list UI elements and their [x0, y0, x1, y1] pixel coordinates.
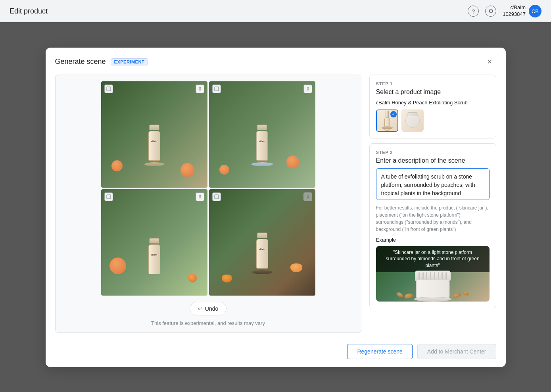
image-3-expand[interactable]: ⇧: [196, 192, 204, 201]
scene-image-2[interactable]: ⇧ eBalm: [209, 81, 315, 188]
peach-5: [109, 257, 126, 274]
add-to-merchant-button[interactable]: Add to Merchant Center: [417, 344, 496, 359]
peach-slice-2: [222, 275, 232, 282]
image-2-checkbox[interactable]: [212, 85, 221, 93]
step1-card: STEP 1 Select a product image cBalm Hone…: [369, 75, 496, 138]
right-panel: STEP 1 Select a product image cBalm Hone…: [369, 75, 496, 333]
svg-rect-1: [215, 87, 219, 91]
step1-label: STEP 1: [376, 81, 490, 86]
image-4-checkbox[interactable]: [212, 192, 221, 201]
settings-icon[interactable]: ⚙: [485, 6, 496, 17]
example-label: Example: [376, 237, 490, 243]
svg-rect-0: [107, 87, 111, 91]
scene-product-2: eBalm: [251, 125, 273, 166]
almond-1: [396, 291, 404, 298]
scene-image-4[interactable]: ⇩ eBalm: [209, 189, 315, 296]
dialog-title: Generate scene: [55, 58, 106, 66]
product-images-row: ✓: [376, 110, 490, 132]
page-title: Edit product: [10, 7, 48, 15]
generate-scene-dialog: Generate scene EXPERIMENT × ⇧: [46, 48, 506, 367]
image-1-checkbox[interactable]: [104, 85, 113, 93]
image-1-expand[interactable]: ⇧: [196, 85, 204, 93]
user-name: c'Balm: [503, 4, 526, 11]
example-image: "Skincare jar on a light stone platform …: [376, 246, 490, 302]
dialog-overlay: Generate scene EXPERIMENT × ⇧: [0, 22, 551, 392]
undo-icon: ↩: [198, 306, 203, 312]
step2-label: STEP 2: [376, 150, 490, 155]
jar-platform: [414, 297, 451, 302]
selected-check: ✓: [390, 111, 397, 117]
avatar[interactable]: CB: [529, 5, 541, 17]
peach-decoration: [111, 160, 123, 171]
user-info: c'Balm 10293847: [503, 4, 526, 18]
dialog-body: ⇧ eBalm: [46, 75, 506, 339]
tube-body-4: eBalm: [256, 239, 268, 269]
step2-title: Enter a description of the scene: [376, 157, 490, 164]
platform: [144, 162, 164, 166]
step2-card: STEP 2 Enter a description of the scene …: [369, 143, 496, 308]
tube-body-2: eBalm: [256, 131, 268, 161]
scene-product-4: eBalm: [252, 233, 273, 274]
product-thumb-2[interactable]: [401, 110, 424, 132]
experiment-badge: EXPERIMENT: [111, 58, 148, 65]
user-id: 10293847: [503, 11, 526, 18]
peach-6: [188, 274, 197, 282]
peach-decoration-2: [180, 163, 194, 177]
peach-3: [286, 156, 299, 168]
svg-rect-3: [215, 195, 219, 199]
tube-body-3: eBalm: [148, 244, 160, 274]
experimental-note: This feature is experimental, and result…: [151, 320, 265, 326]
tube-cap-3: [149, 238, 159, 244]
undo-label: Undo: [205, 306, 218, 312]
jar-body: [416, 279, 449, 299]
platform-4: [252, 270, 273, 274]
tube-body: eBalm: [148, 131, 160, 161]
image-4-expand[interactable]: ⇩: [303, 192, 312, 201]
dialog-header: Generate scene EXPERIMENT ×: [46, 48, 506, 75]
regenerate-button[interactable]: Regenerate scene: [347, 344, 412, 359]
platform-2: [251, 162, 273, 166]
undo-button[interactable]: ↩ Undo: [190, 302, 227, 315]
topbar-actions: ? ⚙ c'Balm 10293847 CB: [468, 4, 541, 18]
product-name: cBalm Honey & Peach Exfoliating Scrub: [376, 100, 490, 106]
scene-product-1: eBalm: [144, 125, 164, 166]
peach-4: [219, 165, 229, 175]
svg-rect-2: [107, 195, 111, 199]
tube-cap: [149, 125, 159, 130]
images-panel: ⇧ eBalm: [55, 75, 361, 333]
scene-product-3: eBalm: [148, 238, 160, 274]
product-preview-2: [402, 110, 423, 131]
peach-slice: [290, 263, 302, 272]
almond-3: [462, 290, 469, 296]
scene-image-1[interactable]: ⇧ eBalm: [101, 81, 207, 188]
dialog-footer: Regenerate scene Add to Merchant Center: [46, 339, 506, 367]
tube-cap-4: [257, 233, 267, 238]
scene-description-input[interactable]: [376, 168, 490, 200]
scene-image-3[interactable]: ⇧ eBalm: [101, 189, 207, 296]
example-jar-illustration: [409, 266, 457, 302]
help-icon[interactable]: ?: [468, 6, 479, 17]
step1-title: Select a product image: [376, 88, 490, 96]
topbar: Edit product ? ⚙ c'Balm 10293847 CB: [0, 0, 551, 22]
scene-hint: For better results, include the product …: [376, 204, 490, 233]
images-grid: ⇧ eBalm: [101, 81, 315, 296]
image-2-expand[interactable]: ⇧: [303, 85, 312, 93]
tube-cap-2: [257, 125, 267, 130]
user-menu[interactable]: c'Balm 10293847 CB: [503, 4, 541, 18]
image-3-checkbox[interactable]: [104, 192, 113, 201]
product-thumb-1[interactable]: ✓: [376, 110, 398, 132]
close-button[interactable]: ×: [484, 56, 496, 68]
